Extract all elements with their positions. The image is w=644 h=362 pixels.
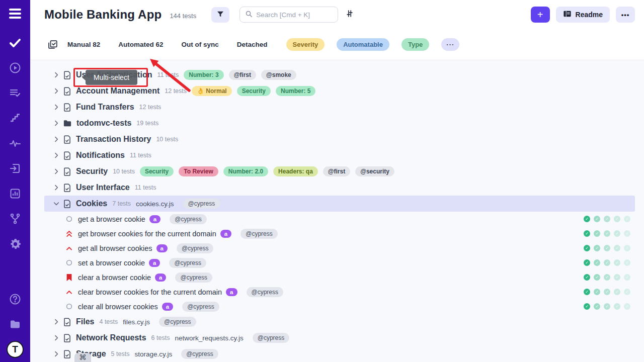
run-status-dot[interactable]: ✓	[584, 245, 590, 251]
folder-icon	[9, 318, 22, 330]
suite-row[interactable]: Storage5 testsstorage.cy.js@cypress	[44, 346, 635, 362]
sidebar-item-tests[interactable]	[0, 30, 30, 55]
chevron-right-icon[interactable]	[52, 184, 60, 192]
run-status-dot[interactable]: ✓	[594, 230, 600, 237]
chevron-right-icon[interactable]	[52, 167, 60, 175]
run-status-dot[interactable]: ✓	[614, 303, 620, 310]
sidebar-item-runs[interactable]	[0, 55, 30, 80]
run-status-dot[interactable]: ✓	[624, 289, 630, 295]
run-status-dot[interactable]: ✓	[604, 230, 610, 237]
more-options-button[interactable]: •••	[616, 7, 635, 23]
run-status-dot[interactable]: ✓	[624, 274, 630, 281]
sidebar-user-avatar[interactable]: T	[0, 337, 30, 362]
chevron-right-icon[interactable]	[52, 103, 60, 111]
sidebar-item-settings[interactable]	[0, 231, 30, 256]
sidebar-item-branches[interactable]	[0, 206, 30, 231]
test-row[interactable]: get browser cookies for the current doma…	[44, 226, 635, 241]
multi-select-button[interactable]	[47, 39, 58, 50]
suite-row[interactable]: Security10 testsSecurityTo ReviewNumber:…	[44, 163, 635, 179]
run-status-dot[interactable]: ✓	[584, 259, 590, 266]
run-status-dot[interactable]: ✓	[604, 303, 610, 310]
suite-row[interactable]: Account Management12 tests👌 NormalSecuri…	[44, 83, 635, 99]
run-status-dot[interactable]: ✓	[614, 216, 620, 222]
run-status-dot[interactable]: ✓	[594, 274, 600, 281]
search-box[interactable]	[239, 7, 338, 23]
test-row[interactable]: clear all browser cookiesa@cypress✓✓✓✓✓	[44, 299, 635, 314]
sidebar-item-import[interactable]	[0, 156, 30, 181]
run-status-dot[interactable]: ✓	[614, 259, 620, 266]
filter-pill-type[interactable]: Type	[401, 38, 429, 51]
run-status-dot[interactable]: ✓	[584, 216, 590, 222]
run-status-dot[interactable]: ✓	[584, 230, 590, 237]
filter-pill-automatable[interactable]: Automatable	[337, 38, 389, 51]
run-status-dot[interactable]: ✓	[604, 216, 610, 222]
run-status-dot[interactable]: ✓	[624, 216, 630, 222]
run-status-dot[interactable]: ✓	[594, 259, 600, 266]
keyboard-shortcut-button[interactable]: ⌘	[74, 353, 91, 362]
run-status-dot[interactable]: ✓	[604, 245, 610, 251]
chevron-right-icon[interactable]	[52, 334, 60, 342]
chevron-right-icon[interactable]	[52, 119, 60, 127]
run-status-dot[interactable]: ✓	[614, 274, 620, 281]
add-button[interactable]: +	[531, 7, 550, 23]
run-status-dot[interactable]: ✓	[614, 245, 620, 251]
suite-test-count: 10 tests	[156, 136, 178, 143]
suite-name: Fund Transfers	[76, 103, 134, 112]
sidebar-item-plans[interactable]	[0, 80, 30, 106]
tab-out-of-sync[interactable]: Out of sync	[182, 41, 219, 48]
run-status-dot[interactable]: ✓	[584, 303, 590, 310]
run-status-dot[interactable]: ✓	[624, 230, 630, 237]
adjustments-icon[interactable]	[345, 9, 354, 20]
test-row[interactable]: get a browser cookiea@cypress✓✓✓✓✓	[44, 212, 635, 226]
badge: 👌 Normal	[192, 86, 232, 96]
run-status-dot[interactable]: ✓	[584, 289, 590, 295]
sidebar-item-milestones[interactable]	[0, 106, 30, 131]
chevron-right-icon[interactable]	[52, 151, 60, 159]
suite-row[interactable]: Transaction History10 tests	[44, 131, 635, 147]
chevron-right-icon[interactable]	[52, 71, 60, 79]
chevron-right-icon[interactable]	[52, 87, 60, 95]
run-status-dot[interactable]: ✓	[604, 259, 610, 266]
run-status-dot[interactable]: ✓	[624, 303, 630, 310]
test-row[interactable]: clear browser cookies for the current do…	[44, 285, 635, 299]
suite-row[interactable]: Network Requests6 testsnetwork_requests.…	[44, 330, 635, 346]
suite-row[interactable]: User Interface11 tests	[44, 179, 635, 196]
tab-automated[interactable]: Automated 62	[118, 41, 163, 48]
suite-row[interactable]: Files4 testsfiles.cy.js@cypress	[44, 314, 635, 330]
run-status-dot[interactable]: ✓	[614, 230, 620, 237]
search-input[interactable]	[256, 11, 327, 19]
run-status-dot[interactable]: ✓	[594, 289, 600, 295]
chevron-right-icon[interactable]	[52, 350, 60, 358]
filter-button[interactable]	[211, 7, 229, 23]
test-row[interactable]: get all browser cookiesa@cypress✓✓✓✓✓	[44, 241, 635, 255]
tab-manual[interactable]: Manual 82	[67, 41, 100, 48]
file-icon	[62, 199, 72, 209]
run-status-dot[interactable]: ✓	[614, 289, 620, 295]
run-status-dot[interactable]: ✓	[604, 274, 610, 281]
filter-pill-severity[interactable]: Severity	[286, 38, 325, 51]
run-status-dot[interactable]: ✓	[594, 303, 600, 310]
sidebar-item-help[interactable]	[0, 287, 30, 312]
filter-pill-[interactable]: ···	[441, 38, 459, 51]
suite-row[interactable]: Fund Transfers12 tests	[44, 99, 635, 115]
suite-row[interactable]: Notifications11 tests	[44, 147, 635, 163]
sidebar-item-analytics[interactable]	[0, 181, 30, 206]
run-status-dot[interactable]: ✓	[594, 216, 600, 222]
chevron-right-icon[interactable]	[52, 135, 60, 143]
test-row[interactable]: set a browser cookiea@cypress✓✓✓✓✓	[44, 255, 635, 270]
run-status-dot[interactable]: ✓	[604, 289, 610, 295]
run-status-dot[interactable]: ✓	[624, 245, 630, 251]
suite-row[interactable]: todomvc-tests19 tests	[44, 115, 635, 131]
run-status-dot[interactable]: ✓	[624, 259, 630, 266]
test-row[interactable]: clear a browser cookiea@cypress✓✓✓✓✓	[44, 270, 635, 285]
tab-detached[interactable]: Detached	[237, 41, 268, 48]
sidebar-item-projects[interactable]	[0, 312, 30, 337]
readme-button[interactable]: Readme	[556, 7, 610, 23]
chevron-right-icon[interactable]	[52, 318, 60, 326]
run-status-dot[interactable]: ✓	[584, 274, 590, 281]
chevron-down-icon[interactable]	[52, 200, 60, 208]
suite-row[interactable]: Cookies7 testscookies.cy.js@cypress	[44, 196, 635, 212]
sidebar-item-activity[interactable]	[0, 131, 30, 156]
run-status-dot[interactable]: ✓	[594, 245, 600, 251]
sidebar-menu-button[interactable]	[0, 0, 30, 27]
